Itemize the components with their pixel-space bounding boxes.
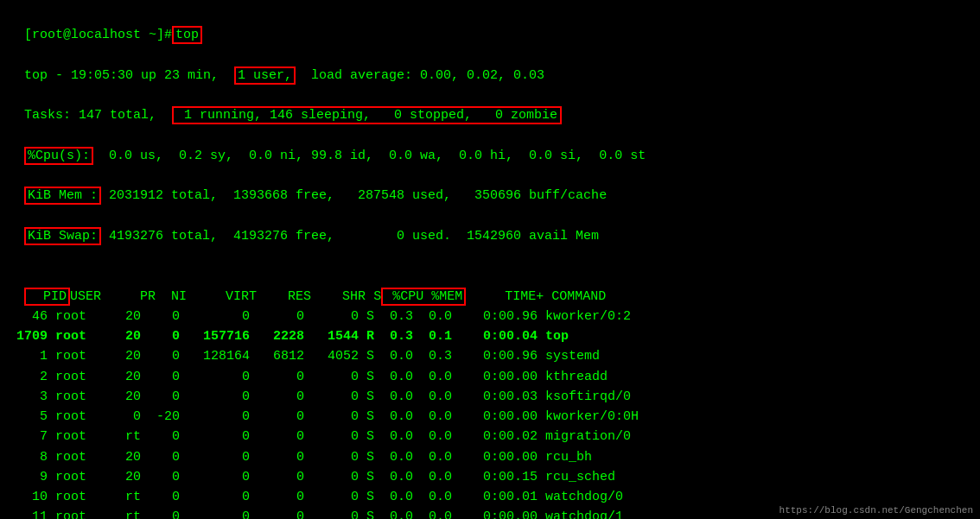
- res-header: RES: [257, 289, 311, 304]
- mem-values: 2031912 total, 1393668 free, 287548 used…: [101, 188, 607, 203]
- table-row: 3 root 20 0 0 0 0 S 0.0 0.0 0:00.03 ksof…: [9, 387, 971, 407]
- table-row: 1709 root 20 0 157716 2228 1544 R 0.3 0.…: [9, 326, 971, 346]
- user-box: 1 user,: [234, 66, 296, 85]
- user-header: USER: [70, 289, 132, 304]
- cpu-mem-header-box: %CPU %MEM: [381, 288, 466, 306]
- prompt: [root@localhost ~]#: [24, 28, 172, 42]
- table-header: PIDUSER PR NI VIRT RES SHR S %CPU %MEM T…: [9, 266, 971, 307]
- table-row: 10 root rt 0 0 0 0 S 0.0 0.0 0:00.01 wat…: [9, 487, 971, 507]
- prompt-line: [root@localhost ~]#top: [9, 5, 971, 46]
- table-row: 46 root 20 0 0 0 0 S 0.3 0.0 0:00.96 kwo…: [9, 307, 971, 326]
- top-info-line: top - 19:05:30 up 23 min, 1 user, load a…: [9, 46, 971, 86]
- s-header: S: [366, 289, 381, 304]
- tasks-box: 1 running, 146 sleeping, 0 stopped, 0 zo…: [172, 106, 562, 124]
- tasks-pre: Tasks: 147 total,: [24, 108, 172, 123]
- swap-line: KiB Swap: 4193276 total, 4193276 free, 0…: [9, 206, 971, 247]
- swap-values: 4193276 total, 4193276 free, 0 used. 154…: [101, 229, 599, 244]
- tasks-line: Tasks: 147 total, 1 running, 146 sleepin…: [9, 85, 971, 126]
- command-header: COMMAND: [544, 289, 606, 304]
- cpu-line: %Cpu(s): 0.0 us, 0.2 sy, 0.0 ni, 99.8 id…: [9, 126, 971, 167]
- table-row: 7 root rt 0 0 0 0 S 0.0 0.0 0:00.02 migr…: [9, 427, 971, 446]
- command: top: [172, 26, 202, 44]
- pr-header: PR: [132, 289, 156, 304]
- mem-label-box: KiB Mem :: [24, 187, 101, 205]
- table-row: 5 root 0 -20 0 0 0 S 0.0 0.0 0:00.00 kwo…: [9, 407, 971, 427]
- shr-header: SHR: [311, 289, 366, 304]
- top-post: load average: 0.00, 0.02, 0.03: [296, 68, 544, 83]
- swap-label-box: KiB Swap:: [24, 227, 101, 245]
- cpu-label-box: %Cpu(s):: [24, 147, 93, 165]
- watermark: https://blog.csdn.net/Gengchenchen: [780, 505, 973, 516]
- table-row: 9 root 20 0 0 0 0 S 0.0 0.0 0:00.15 rcu_…: [9, 467, 971, 487]
- virt-header: VIRT: [187, 289, 257, 304]
- top-pre: top - 19:05:30 up 23 min,: [24, 68, 234, 83]
- table-row: 1 root 20 0 128164 6812 4052 S 0.0 0.3 0…: [9, 346, 971, 366]
- mem-line: KiB Mem : 2031912 total, 1393668 free, 2…: [9, 166, 971, 206]
- pid-header-box: PID: [24, 288, 70, 306]
- table-row: 8 root 20 0 0 0 0 S 0.0 0.0 0:00.00 rcu_…: [9, 447, 971, 467]
- process-table: 46 root 20 0 0 0 0 S 0.3 0.0 0:00.96 kwo…: [9, 307, 971, 519]
- table-row: 2 root 20 0 0 0 0 S 0.0 0.0 0:00.00 kthr…: [9, 367, 971, 387]
- ni-header: NI: [156, 289, 187, 304]
- blank-line: [9, 246, 971, 266]
- cpu-values: 0.0 us, 0.2 sy, 0.0 ni, 99.8 id, 0.0 wa,…: [93, 149, 646, 163]
- time-header: TIME+: [466, 289, 544, 304]
